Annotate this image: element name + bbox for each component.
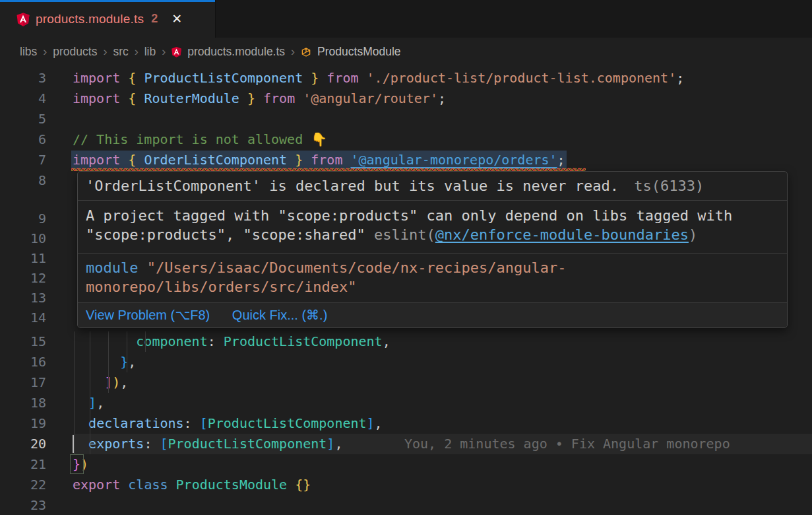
line-number[interactable]: 8 [0,170,46,191]
code-line-5[interactable]: 5 [0,109,812,129]
code-line-23[interactable]: 23 [0,495,812,515]
indent-guide [74,331,75,454]
code-line-4[interactable]: 4import { RouterModule } from '@angular/… [0,88,812,109]
token-ent: RouterModule [144,90,239,106]
line-number[interactable]: 16 [0,352,46,372]
line-number[interactable]: 3 [0,68,46,88]
line-number[interactable]: 13 [0,288,46,308]
indent-guide [108,331,109,393]
breadcrumb-file[interactable]: products.module.ts [187,45,285,59]
active-tab-indicator [0,0,215,2]
code-line-19[interactable]: 19 declarations: [ProductListComponent], [0,413,812,434]
code-line-21[interactable]: 21}) [0,454,812,475]
token-ent: declarations [88,415,184,431]
breadcrumb: libs › products › src › lib › products.m… [0,38,812,66]
token-lnk[interactable]: '@angular-monorepo/orders' [351,152,557,168]
hover-lint-message: A project tagged with "scope:products" c… [78,200,787,253]
token-b3: ] [367,415,375,431]
token-pln [255,90,263,106]
lint-source-close: ) [689,226,697,243]
token-pln [295,90,303,106]
token-pln [120,477,128,493]
module-keyword: module [86,259,138,276]
tab-bar: products.module.ts 2 ✕ [0,0,812,38]
code-line-18[interactable]: 18 ], [0,393,812,413]
token-pln [239,90,247,106]
token-pln [287,477,295,493]
line-number[interactable]: 20 [0,434,46,454]
code-line-3[interactable]: 3import { ProductListComponent } from '.… [0,68,812,88]
code-text: ]), [73,372,128,393]
line-number[interactable]: 9 [0,209,46,229]
code-text: component: ProductListComponent, [73,331,390,352]
quick-fix-button[interactable]: Quick Fix... (⌘.) [232,308,327,322]
indent-guide [90,331,90,454]
code-line-16[interactable]: 16 }, [0,352,812,372]
tab-products-module[interactable]: products.module.ts 2 ✕ [0,0,216,38]
code-text: ], [73,393,104,413]
token-kw: import [73,70,120,86]
code-text: import { ProductListComponent } from './… [73,68,684,88]
line-number[interactable]: 14 [0,308,46,328]
code-text: export class ProductsModule {} [73,475,311,495]
git-blame-annotation: You, 2 minutes ago • Fix Angular monorep… [404,434,730,454]
token-cls: ProductListComponent [208,415,367,431]
breadcrumb-item-libs[interactable]: libs [20,45,37,59]
tab-bar-empty-space [216,0,812,38]
module-path-1: "/Users/isaac/Documents/code/nx-recipes/… [138,259,566,276]
lint-line2: "scope:products", "scope:shared" eslint(… [86,225,779,244]
line-number[interactable]: 10 [0,228,46,249]
token-pln [73,395,88,411]
token-pln [73,374,104,390]
tab-problem-count: 2 [151,12,158,26]
lint-source-open: eslint( [374,226,435,243]
token-b1: } [311,70,319,86]
line-number[interactable]: 21 [0,454,46,475]
line-number[interactable]: 18 [0,393,46,413]
line-number[interactable]: 19 [0,413,46,434]
line-number[interactable]: 12 [0,268,46,289]
token-pln: , [120,374,128,390]
breadcrumb-symbol[interactable]: ProductsModule [317,45,400,59]
line-number[interactable]: 17 [0,372,46,393]
code-line-6[interactable]: 6// This import is not allowed 👇 [0,129,812,150]
close-icon[interactable]: ✕ [172,13,182,25]
line-number[interactable]: 4 [0,88,46,109]
line-number[interactable]: 23 [0,495,46,515]
breadcrumb-item-lib[interactable]: lib [144,45,156,59]
chevron-right-icon: › [103,45,107,59]
token-pln: ; [557,152,565,168]
code-text: // This import is not allowed 👇 [73,129,327,150]
code-line-17[interactable]: 17 ]), [0,372,812,393]
module-path-2: monorepo/libs/orders/src/index" [86,279,357,295]
token-pln: , [334,436,342,452]
lint-rule-link[interactable]: @nx/enforce-module-boundaries [435,226,689,243]
token-kw: from [311,152,342,168]
module-line2: monorepo/libs/orders/src/index" [86,277,779,296]
code-line-7[interactable]: 7import { OrderListComponent } from '@an… [0,150,812,170]
token-emo: 👇 [311,131,327,147]
token-cls: ProductListComponent [168,436,327,452]
line-number[interactable]: 7 [0,150,46,170]
token-pln [136,90,144,106]
token-str: '@angular/router' [303,90,438,106]
token-ent: exports [88,436,144,452]
error-code: ts(6133) [634,178,704,194]
code-line-22[interactable]: 22export class ProductsModule {} [0,475,812,495]
token-b3: ] [327,436,334,452]
code-line-15[interactable]: 15 component: ProductListComponent, [0,331,812,352]
line-number[interactable]: 15 [0,331,46,352]
line-number[interactable]: 22 [0,475,46,495]
token-b1: ) [112,374,120,390]
view-problem-button[interactable]: View Problem (⌥F8) [86,308,210,322]
token-kwb: class [128,477,168,493]
token-pln: ; [676,70,684,86]
token-kw: from [263,90,295,106]
line-number[interactable]: 5 [0,109,46,129]
line-number[interactable]: 11 [0,248,46,269]
breadcrumb-item-src[interactable]: src [113,45,128,59]
token-b1: } [247,90,255,106]
breadcrumb-item-products[interactable]: products [53,45,97,59]
line-number[interactable]: 6 [0,129,46,150]
code-editor[interactable]: 3import { ProductListComponent } from '.… [0,66,812,515]
